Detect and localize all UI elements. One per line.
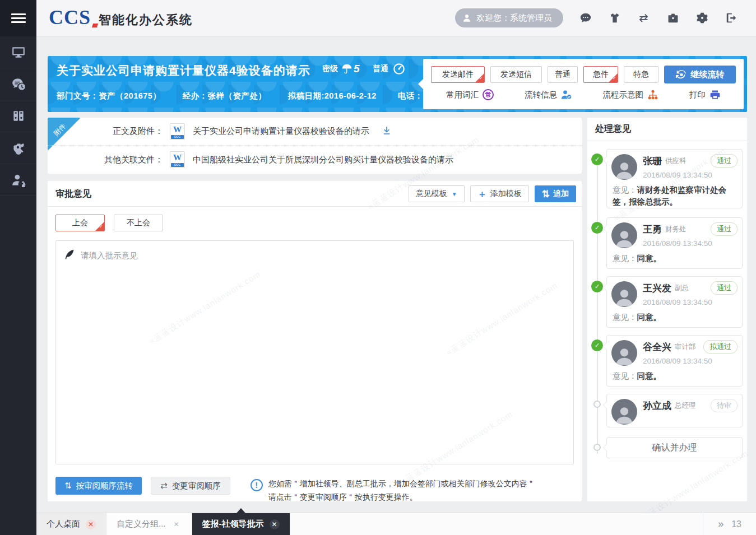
tab-label: 个人桌面 <box>47 519 80 529</box>
tab-3[interactable]: 签报-社领导批示✕ <box>192 513 290 535</box>
gauge-icon <box>393 63 405 75</box>
check-circle-icon <box>591 222 603 234</box>
flow-info-link[interactable]: 流转信息 <box>525 89 572 100</box>
add-template-button[interactable]: ＋添加模板 <box>470 185 529 202</box>
opinion-card: 王兴发副总通过2016/08/09 13:34:50意见：同意。 <box>606 276 743 328</box>
tab-pager: » 13 <box>703 513 756 535</box>
printer-icon <box>709 89 721 100</box>
opinion-template-dropdown[interactable]: 意见模板▼ <box>409 185 465 202</box>
status-badge: 待审 <box>711 399 738 412</box>
approver-dept: 总经理 <box>675 401 696 411</box>
opinions-panel: 处理意见 张珊供应科通过2016/08/09 13:34:50意见：请财务处和监… <box>587 118 747 501</box>
close-icon[interactable]: ✕ <box>86 519 96 529</box>
normal-priority-button[interactable]: 普通 <box>548 66 578 83</box>
close-icon[interactable]: ✕ <box>270 519 280 529</box>
approver-name: 孙立成 <box>643 399 671 412</box>
briefcase-button[interactable] <box>658 7 688 29</box>
chevron-down-icon: ▼ <box>452 191 457 197</box>
approval-panel: 审批意见 意见模板▼ ＋添加模板 ⇅追加 上会 不上会 请填入批示意见 ⇅按审阅… <box>48 181 582 501</box>
opinion-time: 2016/08/09 13:34:50 <box>643 171 738 179</box>
main-attachment-link[interactable]: 关于实业公司申请购置计量仪器校验设备的请示 <box>193 126 369 137</box>
tab-label: 自定义分组... <box>117 519 166 529</box>
flow-by-order-button[interactable]: ⇅按审阅顺序流转 <box>55 477 142 495</box>
tab-count: 13 <box>731 519 741 529</box>
quill-pen-icon <box>64 249 75 262</box>
message-icon <box>579 12 592 24</box>
download-icon[interactable] <box>382 125 392 138</box>
continue-flow-button[interactable]: 继续流转 <box>664 66 736 83</box>
append-icon: ⇅ <box>542 188 550 200</box>
theme-icon <box>609 12 621 24</box>
send-mail-button[interactable]: 发送邮件 <box>431 66 485 83</box>
panel-notch <box>418 79 423 89</box>
swap-icon: ⇄ <box>160 481 168 491</box>
app-title: 智能化办公系统 <box>99 12 193 29</box>
doc-handler: 经办：张样（资产处） <box>182 91 266 101</box>
chat-clock-icon <box>11 77 26 91</box>
sidebar-item-desktop[interactable] <box>0 36 36 68</box>
opinion-card: 孙立成总经理待审 <box>606 394 743 427</box>
meeting-yes-button[interactable]: 上会 <box>55 215 105 231</box>
double-chevron-right-icon[interactable]: » <box>718 518 723 530</box>
settings-icon <box>696 12 708 24</box>
status-badge: 通过 <box>711 154 738 168</box>
sidebar-item-chat-clock[interactable] <box>0 68 36 100</box>
notice: ! 您如需＂增加社领导、副总工批示，增加会签部门或相关部门修改公文内容＂ 请点击… <box>251 477 535 504</box>
send-sms-button[interactable]: 发送短信 <box>490 66 542 83</box>
opinion-text: 意见：同意。 <box>607 248 742 270</box>
tab-2[interactable]: 自定义分组...✕ <box>106 513 192 535</box>
print-link[interactable]: 打印 <box>689 89 721 100</box>
checked-corner-icon <box>609 73 618 82</box>
close-icon[interactable]: ✕ <box>171 519 182 529</box>
related-file-link[interactable]: 中国船级社实业公司关于所属深圳分公司购买计量仪器校验设备的请示 <box>193 155 453 165</box>
tab-1[interactable]: 个人桌面✕ <box>36 513 106 535</box>
action-panel: 发送邮件 发送短信 普通 急件 特急 继续流转 常用词汇 常 流转信息 <box>423 59 744 109</box>
info-icon: ! <box>251 479 263 491</box>
opinion-text: 意见：请财务处和监察审计处会签，报徐总批示。 <box>607 180 742 213</box>
app-logo: CCS 智能化办公系统 <box>49 7 193 29</box>
approver-dept: 供应科 <box>665 156 687 166</box>
main-attachment-label: 正文及附件： <box>48 126 163 137</box>
logout-button[interactable] <box>717 7 746 29</box>
opinions-title: 处理意见 <box>595 123 631 135</box>
approver-name: 谷全兴 <box>643 341 671 353</box>
related-files-label: 其他关联文件： <box>48 155 163 165</box>
welcome-text: 欢迎您：系统管理员 <box>476 13 552 24</box>
urgent-button[interactable]: 急件 <box>583 66 618 83</box>
common-words-link[interactable]: 常用词汇 常 <box>446 89 494 100</box>
flow-chart-link[interactable]: 流程示意图 <box>603 89 659 100</box>
transfer-icon <box>638 12 650 24</box>
approver-dept: 财务处 <box>665 225 687 234</box>
meeting-no-button[interactable]: 不上会 <box>114 215 163 231</box>
urgency-level: 普通 <box>373 63 405 75</box>
document-title: 关于实业公司申请购置计量仪器4验设备的请示 <box>57 63 310 78</box>
sidebar-item-gear-wrench[interactable] <box>0 132 36 164</box>
avatar <box>611 154 637 180</box>
message-button[interactable] <box>571 7 600 29</box>
opinion-textarea[interactable]: 请填入批示意见 <box>55 240 574 464</box>
extra-urgent-button[interactable]: 特急 <box>624 66 658 83</box>
user-icon <box>462 13 472 23</box>
hamburger-menu-icon[interactable] <box>0 0 36 36</box>
sidebar-item-user-settings[interactable] <box>0 164 36 196</box>
append-button[interactable]: ⇅追加 <box>535 185 576 202</box>
opinion-card: 张珊供应科通过2016/08/09 13:34:50意见：请财务处和监察审计处会… <box>606 149 743 208</box>
check-circle-icon <box>591 153 603 165</box>
avatar <box>611 340 637 366</box>
sidebar-item-archive[interactable] <box>0 100 36 132</box>
opinion-text: 意见：同意。 <box>607 307 742 329</box>
change-order-button[interactable]: ⇄变更审阅顺序 <box>151 477 230 495</box>
timeline-line <box>597 155 598 454</box>
confirm-handle-button[interactable]: 确认并办理 <box>606 437 743 458</box>
person-check-icon <box>561 89 572 100</box>
transfer-button[interactable] <box>629 7 658 29</box>
confirm-handle-label: 确认并办理 <box>652 442 697 454</box>
notice-line1: 您如需＂增加社领导、副总工批示，增加会签部门或相关部门修改公文内容＂ <box>268 477 535 490</box>
approver-name: 张珊 <box>643 155 662 168</box>
welcome-user-badge[interactable]: 欢迎您：系统管理员 <box>455 8 563 27</box>
approver-name: 王兴发 <box>643 282 671 295</box>
opinion-card: 王勇财务处通过2016/08/09 13:34:50意见：同意。 <box>606 217 743 269</box>
pending-circle-icon <box>593 401 601 408</box>
settings-button[interactable] <box>688 7 717 29</box>
theme-button[interactable] <box>600 7 629 29</box>
